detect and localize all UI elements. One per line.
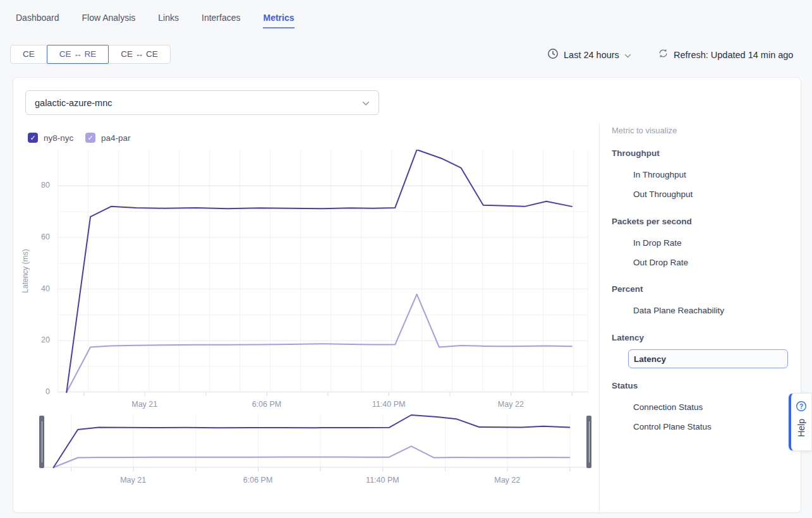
x-tick-label: 11:40 PM	[372, 400, 406, 409]
segment-ce-re[interactable]: CE ↔ RE	[47, 45, 109, 64]
metric-group-status: Status	[612, 381, 638, 390]
selected-metric-label: Latency	[634, 354, 666, 364]
refresh-label: Refresh: Updated 14 min ago	[674, 50, 793, 60]
metric-item-out-drop-rate[interactable]: Out Drop Rate	[633, 258, 688, 267]
device-select[interactable]: galactic-azure-mnc	[25, 90, 379, 115]
x-tick-label: 11:40 PM	[366, 476, 399, 485]
y-axis-tick-labels: 020406080	[18, 150, 50, 392]
mini-brush-chart[interactable]	[44, 414, 586, 472]
y-tick-label: 80	[18, 181, 50, 190]
chevron-down-icon	[362, 97, 370, 109]
metric-item-connection-status[interactable]: Connection Status	[633, 402, 703, 412]
metric-group-percent: Percent	[612, 284, 643, 294]
device-select-value: galactic-azure-mnc	[35, 98, 362, 108]
question-circle-icon: ?	[796, 401, 807, 414]
chevron-down-icon	[624, 49, 631, 61]
refresh-icon	[658, 48, 669, 61]
metric-item-in-throughput[interactable]: In Throughput	[633, 170, 686, 179]
brush-handle-left[interactable]	[39, 416, 44, 468]
metric-group-packets-per-second: Packets per second	[612, 217, 692, 226]
connection-type-segmented-control: CE CE ↔ RE CE ↔ CE	[10, 45, 171, 64]
series-line	[54, 446, 570, 467]
legend-toggle-pa4-par[interactable]: ✓ pa4-par	[85, 133, 131, 143]
nav-tab-metrics[interactable]: Metrics	[263, 13, 294, 28]
segment-ce-ce[interactable]: CE ↔ CE	[108, 45, 171, 64]
metric-group-latency: Latency	[612, 333, 644, 342]
help-label: Help	[796, 419, 806, 437]
time-range-dropdown[interactable]: Last 24 hours	[547, 48, 631, 62]
brush-x-axis-tick-labels: May 216:06 PM11:40 PMMay 22	[44, 476, 586, 486]
brush-handle-right[interactable]	[586, 416, 591, 468]
refresh-button[interactable]: Refresh: Updated 14 min ago	[658, 48, 793, 61]
y-tick-label: 60	[18, 232, 50, 241]
y-tick-label: 20	[18, 335, 50, 344]
legend-toggle-ny8-nyc[interactable]: ✓ ny8-nyc	[28, 133, 73, 143]
segment-ce[interactable]: CE	[10, 45, 47, 64]
clock-icon	[547, 48, 559, 62]
y-tick-label: 40	[18, 284, 50, 293]
metric-item-in-drop-rate[interactable]: In Drop Rate	[633, 238, 682, 248]
nav-tab-links[interactable]: Links	[158, 13, 179, 28]
x-tick-label: May 22	[498, 400, 524, 409]
series-line	[54, 415, 570, 467]
x-tick-label: 6:06 PM	[252, 400, 282, 409]
svg-text:?: ?	[799, 403, 803, 410]
sidebar-divider	[599, 123, 600, 512]
legend-label: ny8-nyc	[44, 133, 73, 143]
series-line	[66, 294, 572, 392]
x-tick-label: May 22	[494, 476, 520, 485]
checkbox-checked-icon[interactable]: ✓	[28, 133, 38, 143]
sidebar-title: Metric to visualize	[612, 126, 677, 135]
metric-item-out-throughput[interactable]: Out Throughput	[633, 190, 693, 199]
legend-label: pa4-par	[101, 133, 131, 143]
x-axis-tick-labels: May 216:06 PM11:40 PMMay 22	[58, 400, 588, 410]
nav-tab-interfaces[interactable]: Interfaces	[202, 13, 240, 28]
nav-tab-dashboard[interactable]: Dashboard	[16, 13, 59, 28]
x-tick-label: May 21	[131, 400, 157, 409]
checkbox-checked-icon[interactable]: ✓	[85, 133, 95, 143]
main-chart[interactable]	[58, 150, 588, 397]
help-button[interactable]: ? Help	[789, 393, 812, 451]
top-nav: Dashboard Flow Analysis Links Interfaces…	[16, 13, 294, 28]
metric-item-latency-selected[interactable]: Latency	[628, 349, 788, 368]
nav-tab-flow-analysis[interactable]: Flow Analysis	[82, 13, 136, 28]
y-tick-label: 0	[18, 387, 50, 396]
x-tick-label: 6:06 PM	[243, 476, 273, 485]
metric-item-data-plane-reachability[interactable]: Data Plane Reachability	[633, 306, 724, 315]
time-range-label: Last 24 hours	[564, 50, 619, 60]
metric-item-control-plane-status[interactable]: Control Plane Status	[633, 422, 712, 431]
x-tick-label: May 21	[120, 476, 146, 485]
metric-group-throughput: Throughput	[612, 148, 660, 158]
